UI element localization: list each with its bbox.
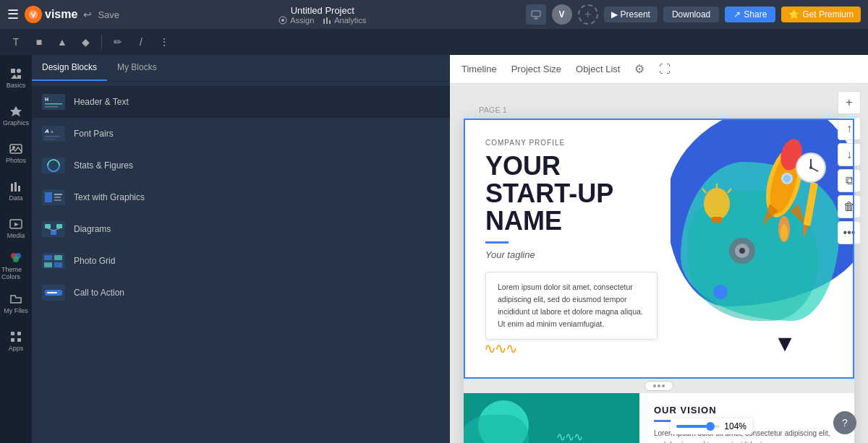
panel-item-photo-grid[interactable]: Photo Grid	[32, 245, 450, 277]
svg-rect-24	[11, 332, 14, 335]
svg-rect-52	[44, 255, 52, 260]
undo-button[interactable]: ↩	[83, 9, 92, 20]
svg-text:H: H	[45, 97, 48, 102]
text-tool[interactable]: T	[6, 32, 26, 52]
panel-item-diagrams[interactable]: Diagrams	[32, 213, 450, 245]
more-options-button[interactable]: •••	[838, 221, 861, 244]
sidebar-item-apps[interactable]: Apps	[1, 324, 30, 358]
menu-icon[interactable]: ☰	[7, 7, 19, 22]
delete-button[interactable]: 🗑	[838, 195, 861, 218]
svg-marker-73	[790, 204, 806, 225]
panel-item-stats-figures[interactable]: Stats & Figures	[32, 150, 450, 181]
svg-rect-60	[712, 217, 722, 223]
visme-logo-text: visme	[45, 8, 77, 21]
save-button[interactable]: Save	[98, 9, 119, 20]
tab-project-size[interactable]: Project Size	[511, 61, 561, 77]
fullscreen-icon[interactable]: ⛶	[659, 63, 671, 76]
rect-tool[interactable]: ■	[29, 32, 49, 52]
company-profile-label: COMPANY PROFILE	[485, 139, 676, 147]
svg-rect-41	[45, 192, 52, 202]
panel-item-text-graphics[interactable]: Text with Graphics	[32, 181, 450, 213]
duplicate-button[interactable]: ⧉	[838, 169, 861, 192]
tab-object-list[interactable]: Object List	[576, 61, 620, 77]
zoom-thumb[interactable]	[706, 422, 715, 431]
toolbar2: T ■ ▲ ◆ ✏ / ⋮	[0, 29, 868, 55]
sidebar-item-graphics[interactable]: Graphics	[1, 98, 30, 133]
header-text-icon: H	[41, 92, 67, 112]
svg-rect-26	[11, 338, 14, 342]
svg-rect-53	[54, 255, 62, 260]
topbar: ☰ visme ↩ Save Untitled Project Assign A…	[0, 0, 868, 29]
tab-design-blocks[interactable]: Design Blocks	[32, 55, 107, 81]
screen-icon-button[interactable]	[526, 4, 546, 25]
analytics-button[interactable]: Analytics	[323, 16, 366, 25]
svg-rect-55	[54, 262, 62, 267]
svg-rect-47	[56, 224, 62, 228]
svg-rect-48	[51, 231, 56, 235]
divider-handle[interactable]	[644, 381, 673, 391]
panel-item-font-pairs[interactable]: Aa Font Pairs	[32, 118, 450, 150]
tool-divider	[101, 35, 102, 49]
topbar-left: ☰ visme ↩ Save	[7, 6, 119, 23]
svg-point-81	[809, 166, 812, 169]
svg-rect-44	[54, 199, 61, 201]
present-button[interactable]: ▶ Present	[604, 7, 658, 22]
canvas-area: Timeline Project Size Object List ⚙ ⛶ PA…	[450, 55, 868, 443]
svg-rect-18	[18, 186, 20, 192]
line-tool[interactable]: /	[131, 32, 151, 52]
teal-blob	[464, 415, 529, 443]
assign-button[interactable]: Assign	[278, 16, 314, 25]
svg-marker-11	[11, 74, 18, 79]
panel-items: H Header & Text Aa Font Pairs Stats & Fi…	[32, 82, 450, 313]
call-to-action-label: Call to Action	[74, 288, 124, 298]
font-pairs-label: Font Pairs	[74, 129, 114, 139]
our-vision-title: OUR VISION	[654, 405, 840, 416]
share-button[interactable]: ↗ Share	[725, 7, 775, 22]
settings-icon[interactable]: ⚙	[634, 62, 644, 76]
panel-item-header-text[interactable]: H Header & Text	[32, 86, 450, 118]
premium-button[interactable]: ⭐ Get Premium	[781, 7, 861, 22]
diagrams-icon	[41, 219, 67, 239]
topbar-right: V + ▶ Present Download ↗ Share ⭐ Get Pre…	[526, 4, 861, 25]
svg-rect-76	[804, 182, 818, 226]
page-divider[interactable]	[464, 379, 854, 393]
zoom-bar: 104%	[671, 418, 752, 434]
move-down-button[interactable]: ↓	[838, 143, 861, 166]
download-button[interactable]: Download	[663, 7, 719, 22]
project-meta: Assign Analytics	[278, 16, 366, 25]
photo-grid-label: Photo Grid	[74, 256, 115, 266]
avatar: V	[552, 4, 572, 25]
sidebar-panel: Design Blocks My Blocks H Header & Text …	[32, 55, 450, 443]
svg-rect-4	[326, 17, 328, 24]
add-section-button[interactable]: +	[838, 91, 861, 114]
sidebar-item-data[interactable]: Data	[1, 173, 30, 208]
tab-my-blocks[interactable]: My Blocks	[107, 55, 167, 81]
diamond-tool[interactable]: ◆	[75, 32, 95, 52]
more-tools[interactable]: ⋮	[154, 32, 174, 52]
panel-item-call-to-action[interactable]: Call to Action	[32, 277, 450, 309]
svg-rect-27	[17, 338, 21, 342]
sidebar-item-basics[interactable]: Basics	[1, 61, 30, 95]
help-button[interactable]: ?	[833, 411, 856, 434]
svg-marker-20	[14, 223, 19, 226]
sidebar-item-theme-colors[interactable]: Theme Colors	[1, 249, 30, 283]
sidebar-item-photos[interactable]: Photos	[1, 136, 30, 171]
header-text-label: Header & Text	[74, 97, 129, 107]
sidebar-item-media[interactable]: Media	[1, 211, 30, 246]
sidebar-item-my-files[interactable]: My Files	[1, 286, 30, 321]
move-up-button[interactable]: ↑	[838, 117, 861, 140]
tab-timeline[interactable]: Timeline	[461, 61, 497, 77]
svg-rect-46	[45, 224, 51, 228]
triangle-tool[interactable]: ▲	[52, 32, 72, 52]
sidebar-icons: Basics Graphics Photos Data Media Theme …	[0, 55, 32, 443]
zoom-fill	[676, 425, 707, 428]
pen-tool[interactable]: ✏	[108, 32, 128, 52]
svg-rect-31	[45, 106, 58, 108]
svg-rect-43	[54, 197, 61, 198]
page1-illustration: ▼	[671, 119, 854, 379]
svg-rect-58	[47, 292, 57, 293]
add-collaborator-button[interactable]: +	[578, 4, 598, 25]
project-title: Untitled Project	[291, 5, 354, 16]
zoom-track[interactable]	[676, 425, 720, 428]
panel-tabs: Design Blocks My Blocks	[32, 55, 450, 82]
